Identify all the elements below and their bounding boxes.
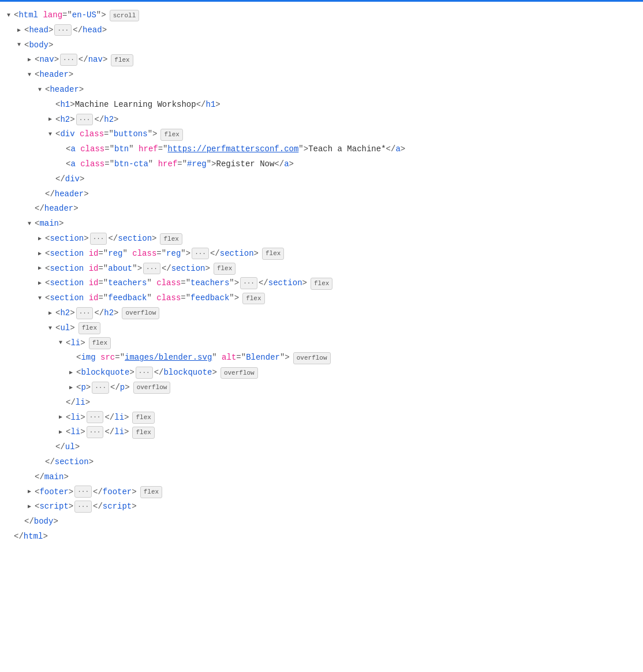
nav-flex-badge: flex <box>111 54 133 66</box>
body-toggle[interactable] <box>15 41 23 49</box>
div-close-line: </div> <box>5 172 643 187</box>
h2-feedback-line: <h2>···</h2> overflow <box>5 306 643 321</box>
a-btncta-line: <a class="btn-cta" href="#reg">Register … <box>5 157 643 172</box>
section-reg-line: <section id="reg" class="reg">···</secti… <box>5 247 643 262</box>
h2-collapsed-line: <h2>···</h2> <box>5 113 643 128</box>
script-toggle[interactable] <box>25 503 33 511</box>
li2-toggle[interactable] <box>57 413 65 421</box>
footer-line: <footer>···</footer> flex <box>5 485 643 500</box>
li2-flex-badge: flex <box>132 412 154 424</box>
section-teachers-flex-badge: flex <box>311 278 332 290</box>
dom-tree: <html lang="en-US"> scroll <head>···</he… <box>0 5 643 544</box>
li2-line: <li>···</li> flex <box>5 410 643 425</box>
head-line: <head>···</head> <box>5 23 643 38</box>
section-feedback-close-line: </section> <box>5 455 643 470</box>
section-reg-toggle[interactable] <box>36 250 44 258</box>
nav-line: <nav>···</nav> flex <box>5 53 643 68</box>
main-close-line: </main> <box>5 470 643 485</box>
html-open-line: <html lang="en-US"> scroll <box>5 8 643 23</box>
section1-toggle[interactable] <box>36 235 44 243</box>
img-overflow-badge: overflow <box>293 352 331 364</box>
h2-collapsed-toggle[interactable] <box>46 115 54 124</box>
div-buttons-flex-badge: flex <box>160 129 182 141</box>
main-toggle[interactable] <box>25 220 33 228</box>
div-buttons-toggle[interactable] <box>46 130 54 139</box>
section-reg-flex-badge: flex <box>262 248 284 260</box>
body-open-line: <body> <box>5 38 643 53</box>
html-toggle[interactable] <box>5 12 13 20</box>
a-btn-line: <a class="btn" href="https://perfmatters… <box>5 142 643 157</box>
section1-line: <section>···</section> flex <box>5 232 643 247</box>
script-line: <script>···</script> <box>5 499 643 514</box>
ul-line: <ul> flex <box>5 321 643 336</box>
section-about-flex-badge: flex <box>214 263 235 275</box>
section-teachers-line: <section id="teachers" class="teachers">… <box>5 276 643 291</box>
p-toggle[interactable] <box>67 384 75 392</box>
li-first-toggle[interactable] <box>57 339 65 347</box>
section-about-toggle[interactable] <box>36 264 44 272</box>
inner-header-close-line: </header> <box>5 187 643 202</box>
section1-flex-badge: flex <box>160 233 182 245</box>
section-feedback-toggle[interactable] <box>36 294 44 303</box>
li3-line: <li>···</li> flex <box>5 425 643 440</box>
body-close-line: </body> <box>5 514 643 529</box>
blockquote-overflow-badge: overflow <box>220 367 258 379</box>
p-overflow-badge: overflow <box>133 382 171 394</box>
h1-line: <h1>Machine Learning Workshop</h1> <box>5 98 643 113</box>
p-line: <p>···</p> overflow <box>5 380 643 395</box>
outer-header-toggle[interactable] <box>25 71 33 79</box>
li3-flex-badge: flex <box>132 427 154 439</box>
ul-toggle[interactable] <box>46 324 54 333</box>
footer-toggle[interactable] <box>25 488 33 496</box>
blockquote-toggle[interactable] <box>67 369 75 377</box>
img-line: <img src="images/blender.svg" alt="Blend… <box>5 350 643 365</box>
top-border <box>0 0 643 2</box>
h2-feedback-toggle[interactable] <box>46 309 54 318</box>
main-open-line: <main> <box>5 216 643 232</box>
ul-close-line: </ul> <box>5 440 643 455</box>
nav-toggle[interactable] <box>25 56 33 64</box>
li-first-open-line: <li> flex <box>5 336 643 351</box>
head-toggle[interactable] <box>15 27 23 35</box>
li-first-flex-badge: flex <box>89 337 111 349</box>
inner-header-open-line: <header> <box>5 83 643 98</box>
li-close-line: </li> <box>5 395 643 410</box>
scroll-badge: scroll <box>110 10 140 22</box>
section-feedback-open-line: <section id="feedback" class="feedback">… <box>5 291 643 306</box>
h2-overflow-badge: overflow <box>122 307 159 319</box>
outer-header-open-line: <header> <box>5 68 643 83</box>
li3-toggle[interactable] <box>57 428 65 436</box>
ul-flex-badge: flex <box>78 322 100 334</box>
footer-flex-badge: flex <box>140 486 162 498</box>
div-buttons-line: <div class="buttons"> flex <box>5 127 643 142</box>
outer-header-close-line: </header> <box>5 201 643 216</box>
blockquote-line: <blockquote>···</blockquote> overflow <box>5 365 643 380</box>
inner-header-toggle[interactable] <box>36 86 44 94</box>
section-about-line: <section id="about">···</section> flex <box>5 262 643 277</box>
section-feedback-flex-badge: flex <box>242 293 264 305</box>
section-teachers-toggle[interactable] <box>36 279 44 288</box>
html-close-line: </html> <box>5 529 643 544</box>
